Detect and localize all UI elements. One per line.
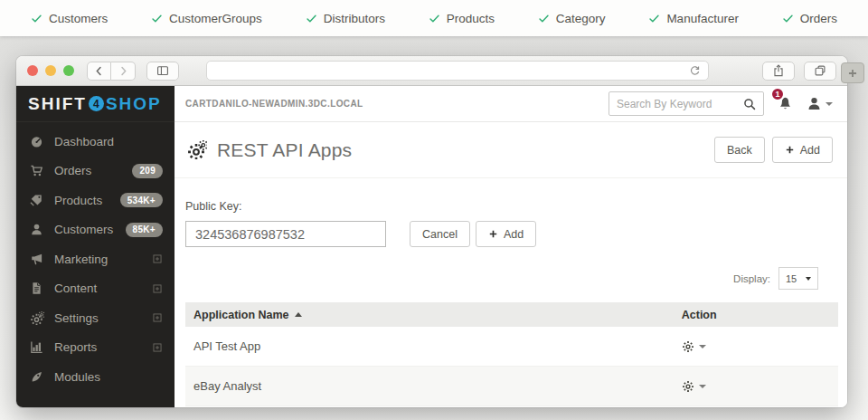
column-label: Action (682, 309, 717, 321)
plus-icon (847, 68, 858, 79)
expand-plus-icon[interactable] (152, 253, 163, 264)
sidebar-item-label: Customers (54, 223, 113, 236)
refresh-icon[interactable] (689, 65, 701, 77)
public-key-input[interactable] (185, 221, 386, 247)
notifications-button[interactable]: 1 (778, 96, 793, 111)
shift4shop-logo: SHIFT4SHOP (16, 86, 175, 122)
admin-app: SHIFT4SHOP Dashboard Orders 209 Products (16, 86, 847, 407)
main-content: CARTDANILO-NEWADMIN.3DC.LOCAL 1 (175, 86, 847, 407)
setup-step-customers[interactable]: Customers (31, 12, 108, 25)
account-menu-button[interactable] (807, 96, 833, 111)
chevron-down-icon (699, 345, 706, 348)
add-button-label: Add (800, 144, 820, 157)
minimize-window-button[interactable] (45, 65, 56, 76)
setup-step-label: Orders (800, 12, 837, 25)
check-icon (429, 13, 440, 24)
table-row: eBay Analyst (185, 367, 838, 406)
form-add-button[interactable]: Add (476, 221, 536, 247)
row-action-menu[interactable] (682, 340, 838, 353)
sidebar-toggle-button[interactable] (146, 62, 179, 81)
keyword-search (609, 91, 764, 116)
logo-number-4: 4 (89, 96, 104, 111)
expand-plus-icon[interactable] (152, 342, 163, 353)
sidebar-item-modules[interactable]: Modules (16, 362, 175, 392)
sidebar-item-label: Settings (54, 311, 99, 325)
new-tab-button[interactable] (841, 62, 864, 83)
check-icon (782, 13, 794, 24)
close-window-button[interactable] (27, 65, 38, 76)
column-application-name[interactable]: Application Name (185, 309, 682, 321)
sidebar-item-label: Content (54, 282, 97, 295)
page-title: REST API Apps (217, 139, 352, 161)
admin-topbar: CARTDANILO-NEWADMIN.3DC.LOCAL 1 (175, 86, 847, 122)
table-row: API Test App (185, 327, 838, 367)
zoom-window-button[interactable] (63, 65, 74, 76)
form-add-button-label: Add (504, 228, 524, 241)
search-icon[interactable] (743, 98, 756, 110)
column-label: Application Name (193, 309, 289, 321)
gears-icon (28, 311, 44, 325)
page-size-select[interactable]: 15 (778, 267, 818, 290)
plus-icon (785, 145, 795, 155)
setup-step-manufacturer[interactable]: Manufacturer (648, 12, 739, 25)
setup-step-products[interactable]: Products (429, 12, 495, 25)
sidebar-item-reports[interactable]: Reports (16, 333, 175, 363)
setup-step-label: CustomerGroups (169, 12, 262, 25)
tab-overview-button[interactable] (804, 62, 836, 81)
logo-text-shop: SHOP (106, 94, 162, 114)
bar-chart-icon (28, 340, 44, 354)
back-button[interactable]: Back (714, 137, 765, 163)
sidebar-item-label: Modules (54, 370, 100, 384)
sort-ascending-icon (295, 312, 302, 317)
setup-step-distributors[interactable]: Distributors (306, 12, 385, 25)
share-button[interactable] (762, 62, 795, 81)
search-input[interactable] (617, 98, 738, 110)
setup-step-customergroups[interactable]: CustomerGroups (151, 12, 262, 25)
forward-nav-button[interactable] (111, 62, 136, 81)
setup-step-label: Distributors (324, 12, 385, 25)
app-name-cell: API Test App (185, 339, 682, 353)
products-count-badge: 534K+ (120, 193, 163, 207)
sidebar-item-settings[interactable]: Settings (16, 303, 175, 333)
file-icon (28, 282, 44, 295)
sidebar-item-orders[interactable]: Orders 209 (16, 157, 175, 186)
setup-step-label: Products (447, 12, 495, 25)
check-icon (306, 13, 317, 24)
sidebar-item-customers[interactable]: Customers 85K+ (16, 215, 175, 245)
cancel-button[interactable]: Cancel (410, 221, 470, 247)
orders-count-badge: 209 (132, 164, 163, 178)
public-key-label: Public Key: (185, 200, 833, 213)
check-icon (648, 13, 660, 24)
back-button-label: Back (727, 144, 752, 157)
sidebar-item-dashboard[interactable]: Dashboard (16, 127, 175, 157)
sidebar-item-marketing[interactable]: Marketing (16, 244, 175, 274)
sidebar-item-products[interactable]: Products 534K+ (16, 186, 175, 215)
topbar-actions: 1 (609, 91, 833, 116)
user-icon (28, 223, 44, 236)
share-icon (772, 64, 785, 77)
setup-step-category[interactable]: Category (538, 12, 606, 25)
app-name-cell: eBay Analyst (185, 379, 682, 393)
row-action-menu[interactable] (682, 380, 838, 393)
sidebar-item-label: Orders (54, 164, 91, 177)
check-icon (151, 13, 163, 24)
address-bar[interactable] (206, 61, 709, 81)
window-controls (27, 65, 74, 76)
back-nav-button[interactable] (87, 62, 111, 81)
expand-plus-icon[interactable] (152, 312, 163, 323)
dashboard-icon (28, 135, 44, 148)
setup-step-label: Manufacturer (666, 12, 739, 25)
add-button[interactable]: Add (772, 137, 833, 163)
setup-step-orders[interactable]: Orders (782, 12, 837, 25)
column-action: Action (682, 309, 838, 321)
display-label: Display: (733, 273, 770, 284)
expand-plus-icon[interactable] (152, 283, 163, 294)
chevron-left-icon (93, 65, 105, 77)
sidebar-item-content[interactable]: Content (16, 274, 175, 304)
sidebar-menu: Dashboard Orders 209 Products 534K+ (16, 122, 175, 392)
plus-icon (488, 229, 498, 239)
public-key-row: Cancel Add (185, 221, 833, 247)
display-count-row: Display: 15 (175, 254, 847, 299)
customers-count-badge: 85K+ (126, 223, 163, 237)
page-size-value: 15 (786, 273, 797, 284)
